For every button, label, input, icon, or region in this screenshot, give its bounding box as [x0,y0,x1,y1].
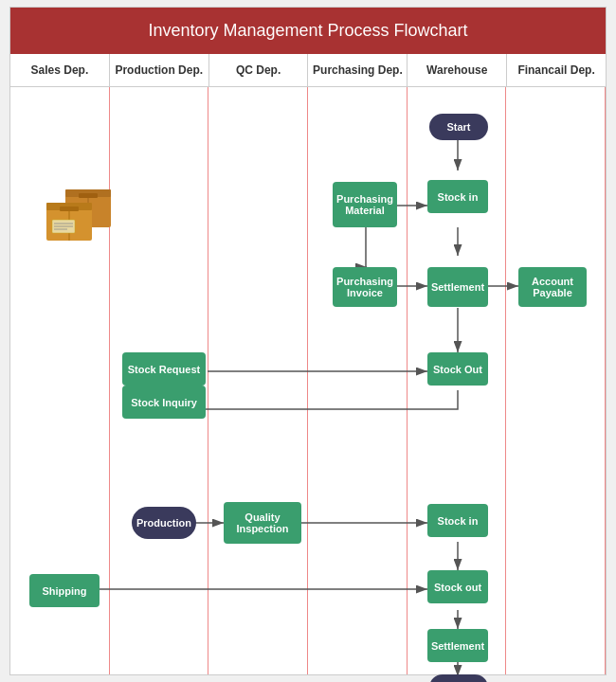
node-stock-out-1: Stock Out [427,352,488,386]
swimlane-header: Sales Dep. Production Dep. QC Dep. Purch… [10,54,606,87]
node-account-payable: Account Payable [518,267,587,307]
node-stock-in-1: Stock in [427,180,488,213]
col-header-purchasing: Purchasing Dep. [308,54,408,86]
chart-container: Inventory Management Process Flowchart S… [9,7,607,675]
node-settlement-1: Settlement [427,267,488,307]
lane-purchasing [308,87,408,674]
lane-finance [506,87,606,674]
svg-rect-19 [79,193,98,198]
node-settlement-2: Settlement [427,629,488,662]
svg-rect-23 [60,206,79,211]
col-header-finance: Financail Dep. [507,54,606,86]
warehouse-boxes-image [37,182,122,248]
node-stock-request: Stock Request [122,352,206,386]
node-purchasing-material: Purchasing Material [333,182,397,227]
node-stock-in-2: Stock in [427,504,488,537]
node-end: End [429,674,488,682]
node-stock-out-2: Stock out [427,570,488,603]
node-start: Start [429,114,488,140]
col-header-production: Production Dep. [110,54,209,86]
col-header-qc: QC Dep. [209,54,309,86]
chart-title: Inventory Management Process Flowchart [10,8,606,54]
lane-qc [208,87,308,674]
node-purchasing-invoice: Purchasing Invoice [333,267,397,307]
swimlane-body: Start Purchasing Material Stock in Purch… [10,87,606,674]
node-production: Production [132,507,196,539]
node-shipping: Shipping [29,574,100,607]
node-stock-inquiry: Stock Inquiry [122,386,206,419]
col-header-warehouse: Warehouse [408,54,507,86]
col-header-sales: Sales Dep. [10,54,110,86]
node-quality-inspection: Quality Inspection [224,502,301,544]
